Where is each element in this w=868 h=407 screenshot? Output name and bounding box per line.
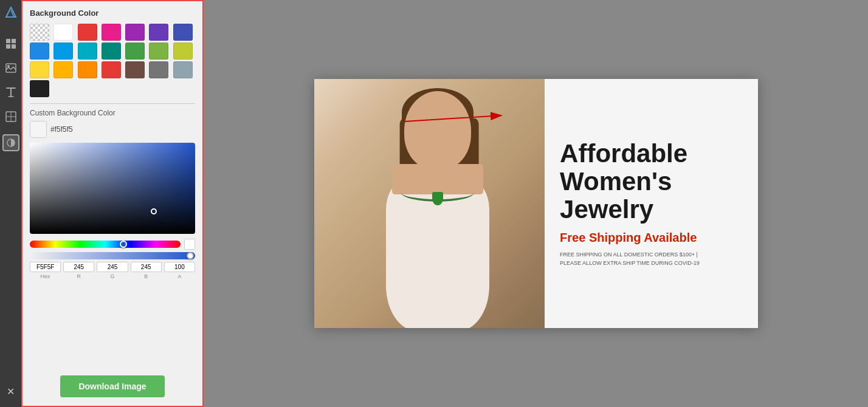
necklace [401,183,474,202]
color-swatches-grid [30,24,195,97]
close-icon[interactable]: ✕ [7,386,15,397]
r-input-group: R [63,262,94,279]
background-color-panel: Background Color [21,0,204,407]
woman-face [410,102,465,160]
download-image-button[interactable]: Download Image [60,375,164,397]
swatch-light-green[interactable] [149,43,168,60]
g-label: G [111,273,115,279]
swatch-brown[interactable] [125,61,145,78]
swatch-pink[interactable] [102,24,121,41]
banner-image-area [314,79,545,328]
panel-title: Background Color [30,9,195,18]
contrast-icon[interactable] [2,134,19,151]
pattern-icon[interactable] [4,110,18,123]
opacity-slider[interactable] [30,252,195,259]
b-input-group: B [131,262,162,279]
download-button-wrap: Download Image [22,369,202,406]
swatch-light-blue[interactable] [53,43,73,60]
swatch-yellow[interactable] [30,61,49,78]
b-input[interactable] [131,262,162,272]
app-logo [4,6,18,22]
swatch-green[interactable] [125,43,145,60]
fine-print-line2: PLEASE ALLOW EXTRA SHIP TIME DURING COVI… [560,260,700,266]
swatch-grey[interactable] [149,61,168,78]
hex-preview-box [30,121,47,138]
opacity-white-box [184,239,195,250]
a-input-group: A [164,262,195,279]
swatch-black[interactable] [30,80,49,97]
swatch-transparent[interactable] [30,24,49,41]
color-picker-canvas[interactable] [30,143,195,234]
swatch-blue[interactable] [30,43,49,60]
swatch-blue-grey[interactable] [173,61,193,78]
color-picker-cursor [151,208,157,214]
banner-subtitle: Free Shipping Available [560,231,742,245]
swatch-amber[interactable] [53,61,73,78]
banner-fine-print: FREE SHIPPING ON ALL DOMESTIC ORDERS $10… [560,251,742,267]
swatch-teal[interactable] [102,43,121,60]
opacity-slider-thumb [187,252,194,259]
fine-print-line1: FREE SHIPPING ON ALL DOMESTIC ORDERS $10… [560,251,698,258]
panel-divider-1 [30,103,195,104]
necklace-gem [432,192,443,205]
banner-headline: Affordable Women's Jewelry [560,140,742,224]
custom-bg-label: Custom Background Color [30,109,195,117]
banner-text-area: Affordable Women's Jewelry Free Shipping… [545,79,757,328]
swatch-lime[interactable] [173,43,193,60]
hue-slider[interactable] [30,241,181,248]
svg-rect-1 [12,39,16,43]
hue-slider-thumb [120,241,127,248]
svg-rect-3 [12,44,16,49]
r-input[interactable] [63,262,94,272]
swatch-cyan[interactable] [78,43,97,60]
svg-rect-2 [6,44,10,49]
banner-person-bg [314,79,545,328]
svg-rect-0 [6,39,10,43]
opacity-slider-row [30,252,195,259]
swatch-white[interactable] [53,24,73,41]
banner-canvas: Affordable Women's Jewelry Free Shipping… [314,79,758,328]
text-icon[interactable] [4,86,18,99]
hex-value-display: #f5f5f5 [50,125,73,134]
grid-icon[interactable] [4,37,18,50]
swatch-deep-purple[interactable] [149,24,168,41]
hex-label: Hex [41,273,50,279]
r-label: R [77,273,81,279]
a-label: A [177,273,181,279]
image-icon[interactable] [4,61,18,75]
main-canvas-area: Affordable Women's Jewelry Free Shipping… [204,0,868,407]
woman-figure [353,85,523,328]
hex-input[interactable] [30,262,61,272]
b-label: B [144,273,148,279]
sidebar-toolbar: ✕ [0,0,21,407]
swatch-indigo[interactable] [173,24,193,41]
a-input[interactable] [164,262,195,272]
hue-slider-row [30,239,195,250]
g-input[interactable] [97,262,128,272]
rgba-inputs: Hex R G B A [30,262,195,279]
hex-input-group: Hex [30,262,61,279]
swatch-deep-orange[interactable] [102,61,121,78]
swatch-orange[interactable] [78,61,97,78]
swatch-purple[interactable] [125,24,145,41]
g-input-group: G [97,262,128,279]
hex-preview-row: #f5f5f5 [30,121,195,138]
swatch-red[interactable] [78,24,97,41]
